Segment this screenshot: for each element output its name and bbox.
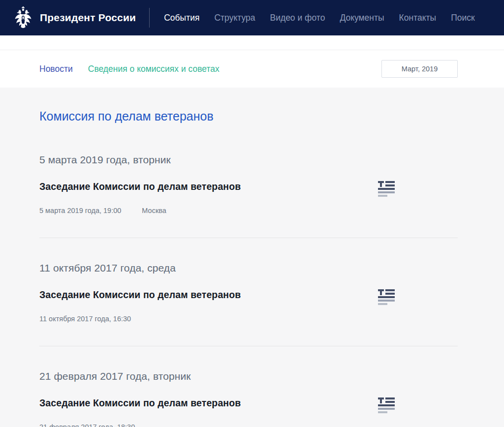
events-list: 5 марта 2019 года, вторник Заседание Ком…	[39, 123, 458, 427]
transcript-icon	[378, 181, 395, 197]
event-title-row: Заседание Комиссии по делам ветеранов	[39, 288, 458, 305]
site-title[interactable]: Президент России	[40, 12, 136, 24]
nav-item-contacts[interactable]: Контакты	[399, 13, 437, 23]
event-date-heading: 5 марта 2019 года, вторник	[39, 154, 458, 165]
nav-item-video-photo[interactable]: Видео и фото	[270, 13, 325, 23]
event-datetime: 21 февраля 2017 года, 18:30	[39, 423, 135, 427]
main-content: Комиссия по делам ветеранов 5 марта 2019…	[39, 109, 458, 427]
event-meta: 5 марта 2019 года, 19:00 Москва	[39, 207, 458, 214]
site-header: Президент России События Структура Видео…	[0, 0, 504, 35]
event-title-row: Заседание Комиссии по делам ветеранов	[39, 396, 458, 413]
event-date-heading: 11 октября 2017 года, среда	[39, 263, 458, 274]
main-nav: События Структура Видео и фото Документы…	[164, 13, 475, 23]
event-meta: 21 февраля 2017 года, 18:30	[39, 424, 458, 427]
date-filter-button[interactable]: Март, 2019	[381, 60, 458, 78]
nav-item-documents[interactable]: Документы	[340, 13, 384, 23]
event-datetime: 11 октября 2017 года, 16:30	[39, 315, 131, 323]
nav-item-structure[interactable]: Структура	[214, 13, 255, 23]
event-title-link[interactable]: Заседание Комиссии по делам ветеранов	[39, 288, 364, 301]
event-item: 21 февраля 2017 года, вторник Заседание …	[39, 346, 458, 427]
event-date-heading: 21 февраля 2017 года, вторник	[39, 371, 458, 382]
transcript-icon	[378, 289, 395, 305]
event-item: 5 марта 2019 года, вторник Заседание Ком…	[39, 123, 458, 238]
transcript-icon	[378, 397, 395, 414]
breadcrumb-row: Новости Сведения о комиссиях и советах М…	[0, 50, 504, 88]
breadcrumb-news-link[interactable]: Новости	[39, 64, 73, 74]
header-sub-strip	[0, 35, 504, 50]
event-location: Москва	[142, 207, 166, 214]
event-title-link[interactable]: Заседание Комиссии по делам ветеранов	[39, 396, 364, 409]
event-title-link[interactable]: Заседание Комиссии по делам ветеранов	[39, 180, 364, 193]
page-title[interactable]: Комиссия по делам ветеранов	[39, 109, 458, 123]
breadcrumb-commissions-link[interactable]: Сведения о комиссиях и советах	[88, 64, 220, 74]
event-title-row: Заседание Комиссии по делам ветеранов	[39, 180, 458, 197]
coat-of-arms-icon[interactable]	[14, 6, 32, 30]
event-item: 11 октября 2017 года, среда Заседание Ко…	[39, 238, 458, 346]
event-datetime: 5 марта 2019 года, 19:00	[39, 207, 121, 214]
header-divider	[149, 8, 150, 28]
breadcrumb: Новости Сведения о комиссиях и советах М…	[39, 64, 458, 74]
event-meta: 11 октября 2017 года, 16:30	[39, 315, 458, 323]
nav-item-search[interactable]: Поиск	[451, 13, 475, 23]
nav-item-events[interactable]: События	[164, 13, 199, 23]
